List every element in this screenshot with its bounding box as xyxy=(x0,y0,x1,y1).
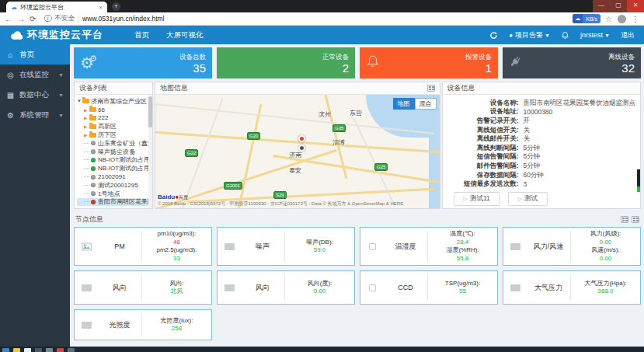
app-brand[interactable]: 环境监控云平台 xyxy=(0,28,103,42)
metric-label: 风向: xyxy=(169,280,183,287)
back-icon[interactable]: ← xyxy=(5,15,12,23)
tree-item-root[interactable]: ▼ 济南市某综合产业区 xyxy=(77,97,152,106)
panel-expand-icon[interactable] xyxy=(427,85,435,92)
chevron-right-icon[interactable]: ▶ xyxy=(84,115,89,120)
grid-view-icon[interactable] xyxy=(621,216,628,223)
menu-item-home[interactable]: 首页 xyxy=(134,30,149,40)
windows-taskbar[interactable] xyxy=(0,347,644,352)
maximize-button[interactable]: ▢ xyxy=(610,0,627,12)
metric-label: 风向(度): xyxy=(308,280,332,287)
sidebar-item-home[interactable]: ⌂ 首页 xyxy=(0,44,70,64)
test11-button[interactable]: ▷测试11 xyxy=(454,192,500,206)
taskbar-app-icon[interactable] xyxy=(24,348,31,352)
close-button[interactable]: ✕ xyxy=(627,0,644,12)
minimize-button[interactable]: — xyxy=(593,0,610,12)
field-value: 5分钟 xyxy=(524,152,541,162)
test-button[interactable]: ▷测试 xyxy=(508,192,548,206)
node-card-illuminance[interactable]: 光照度 光照度(lux): 258 xyxy=(74,309,212,340)
taskbar-folder-icon[interactable] xyxy=(13,348,20,352)
chevron-right-icon[interactable]: ▶ xyxy=(84,107,89,113)
map-canvas[interactable]: G20 G35 G22 G2001 G25 S29 济南 淄博 滨州 东营 泰安… xyxy=(155,95,440,208)
chevron-down-icon[interactable]: ▼ xyxy=(77,99,82,103)
node-name: 大气压力 xyxy=(527,283,570,293)
tree-item-folder[interactable]: ▶ 历下区 xyxy=(77,131,152,139)
stat-label: 设备总数 xyxy=(179,53,206,62)
menu-item-bigscreen[interactable]: 大屏可视化 xyxy=(166,30,204,40)
reload-icon[interactable]: ⟳ xyxy=(30,15,36,23)
notification-bell-icon[interactable] xyxy=(561,31,569,40)
taskbar-start-icon[interactable] xyxy=(2,348,9,352)
url-field[interactable]: ⓘ 不安全 | www.0531yun.cn/index.html xyxy=(40,13,568,24)
tree-item-device[interactable]: 测试20001295 xyxy=(77,181,152,190)
profile-avatar[interactable] xyxy=(618,15,626,23)
node-name: 风力/风速 xyxy=(527,242,570,252)
chevron-right-icon[interactable]: ▶ xyxy=(84,132,89,138)
tree-item-device-selected[interactable]: 贵阳市南明区花果园某 xyxy=(77,198,152,207)
metric-label: 风速(m/s): xyxy=(591,246,619,253)
tree-item-device[interactable]: 21002091 xyxy=(77,173,152,181)
taskbar-app-icon[interactable] xyxy=(46,348,53,352)
download-speed-text: KB/s xyxy=(583,16,600,22)
sidebar-item-system-admin[interactable]: ⚙ 系统管理 ▼ xyxy=(0,105,70,125)
node-card-noise[interactable]: 噪声 噪声(DB): 59.0 xyxy=(217,227,355,266)
map-city-label: 淄博 xyxy=(332,138,345,147)
scrollbar-thumb[interactable] xyxy=(148,96,152,127)
bookmark-star-icon[interactable]: ☆ xyxy=(605,15,612,23)
chrome-menu-icon[interactable]: ⋮ xyxy=(632,15,639,23)
info-row: 短信最多发送次数: 3 xyxy=(444,179,636,189)
new-tab-button[interactable]: + xyxy=(112,2,120,11)
tree-item-label: NB-IOT测试勿占用21 xyxy=(98,155,152,164)
tree-item-folder[interactable]: ▶ 222 xyxy=(77,114,152,123)
panel-scrollbar-thumb[interactable] xyxy=(637,169,640,186)
map-marker-device[interactable] xyxy=(298,145,305,152)
metric-value: 北风 xyxy=(142,288,211,296)
map-type-hybrid-button[interactable]: 混合 xyxy=(415,98,437,110)
forward-icon[interactable]: → xyxy=(17,15,25,23)
project-alarm-dropdown[interactable]: ●项目告警▼ xyxy=(509,30,550,40)
tree-item-device[interactable]: NB-IOT测试勿占用21 xyxy=(77,156,152,165)
browser-tab[interactable]: ☁ 环境监控云平台 × xyxy=(6,2,107,12)
node-card-wind-degree[interactable]: 风向 风向(度): 0.00 xyxy=(217,270,355,305)
stat-card-normal-devices: 正常设备 2 xyxy=(217,47,355,78)
tree-item-device[interactable]: 山东黄金矿业（鑫汇） xyxy=(77,139,152,148)
node-cards: PM pm10(ug/m3): 46 pm2.5(ug/m3): 33 噪声 噪… xyxy=(74,227,641,340)
chevron-right-icon[interactable]: ▶ xyxy=(84,124,89,129)
tree-item-label: 222 xyxy=(98,114,108,121)
download-speed-badge[interactable]: ☁ KB/s xyxy=(573,14,600,23)
tree-item-device[interactable]: 10002388 xyxy=(77,206,152,208)
tree-item-folder[interactable]: ▶ 66 xyxy=(77,106,152,114)
metric-value: 0.00 xyxy=(571,255,640,263)
logout-button[interactable]: 退出 xyxy=(621,30,635,40)
node-name: PM xyxy=(98,242,141,250)
node-card-temp-humidity[interactable]: 温湿度 温度(℃): 28.4 湿度(%RH): 55.8 xyxy=(360,227,498,266)
taskbar-app-icon[interactable] xyxy=(35,348,42,352)
info-row: 邮件告警间隔: 5分钟 xyxy=(444,162,636,171)
tree-item-device[interactable]: NB-IOT测试勿占用21 xyxy=(77,164,152,173)
map-marker-alarm[interactable] xyxy=(298,135,305,142)
brand-title: 环境监控云平台 xyxy=(27,28,103,42)
node-card-ccd[interactable]: CCD TSP(ug/m3): 55 xyxy=(360,270,498,305)
map-type-map-button[interactable]: 地图 xyxy=(393,98,415,110)
sidebar-item-online-monitor[interactable]: ◎ 在线监控 ▼ xyxy=(0,64,70,85)
taskbar-app-icon[interactable] xyxy=(57,348,64,352)
node-card-wind-direction[interactable]: 风向 风向: 北风 xyxy=(74,270,212,305)
list-view-icon[interactable] xyxy=(632,216,639,223)
node-card-wind-power-speed[interactable]: 风力/风速 风力(风级): 0.00 风速(m/s): 0.00 xyxy=(503,227,641,266)
tree-scrollbar[interactable] xyxy=(148,95,152,208)
metric-value: 55 xyxy=(428,288,497,296)
tree-item-folder[interactable]: ▶ 高新区 xyxy=(77,122,152,131)
taskbar-app-icon[interactable] xyxy=(68,348,75,352)
node-card-pm[interactable]: PM pm10(ug/m3): 46 pm2.5(ug/m3): 33 xyxy=(74,227,212,266)
screen: ☁ 环境监控云平台 × + — ▢ ✕ ← → ⟳ ⓘ 不安全 | www.05… xyxy=(0,0,644,352)
tree-item-device[interactable]: 噪声扬尘设备 xyxy=(77,148,152,156)
node-values: 噪声(DB): 59.0 xyxy=(285,239,354,255)
info-icon[interactable]: ⓘ xyxy=(44,13,51,24)
tab-close-icon[interactable]: × xyxy=(99,4,103,11)
refresh-icon[interactable] xyxy=(489,31,498,40)
tree-connector xyxy=(84,193,89,194)
user-dropdown[interactable]: jnrstest▼ xyxy=(580,31,610,39)
sidebar-item-data-center[interactable]: ▦ 数据中心 ▼ xyxy=(0,85,70,105)
node-values: 风向(度): 0.00 xyxy=(285,280,354,296)
tree-item-device[interactable]: 1号地点 xyxy=(77,190,152,198)
node-card-air-pressure[interactable]: 大气压力 大气压力(Hpa): 988.0 xyxy=(503,270,641,305)
